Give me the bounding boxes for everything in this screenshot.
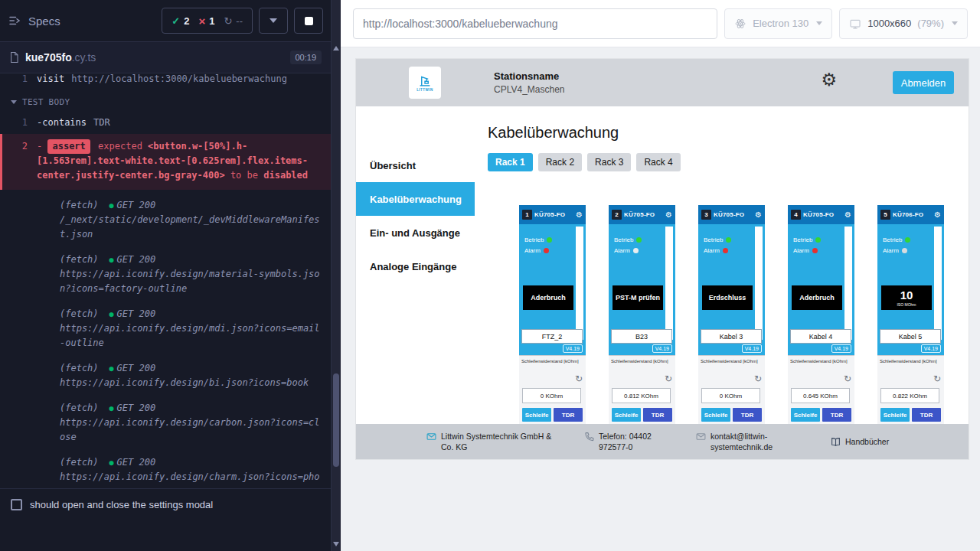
- tab-rack-1[interactable]: Rack 1: [488, 153, 533, 171]
- alarm-status-dot: [633, 248, 639, 253]
- tdr-button[interactable]: TDR: [554, 408, 583, 422]
- url-input[interactable]: [353, 8, 717, 39]
- command-name: contains: [37, 116, 87, 130]
- cable-name[interactable]: B23: [611, 329, 672, 344]
- schleife-button[interactable]: Schleife: [701, 408, 730, 422]
- network-log-entry[interactable]: (fetch)●GET 200 /_next/static/developmen…: [0, 196, 331, 244]
- visit-url: http://localhost:3000/kabelueberwachung: [71, 73, 287, 86]
- status-ok-dot: ●: [109, 458, 114, 467]
- fetch-status: GET 200: [117, 403, 156, 413]
- loop-resistance-panel: Schleifenwiderstand [kOhm] ↻ 0.812 KOhm …: [609, 355, 675, 435]
- cable-name[interactable]: FTZ_2: [521, 329, 583, 344]
- tab-rack-3[interactable]: Rack 3: [587, 153, 631, 171]
- refresh-icon[interactable]: ↻: [575, 374, 583, 383]
- browser-selector[interactable]: Electron 130: [724, 8, 832, 39]
- failed-assert-command[interactable]: 2 assert expected <button.w-[50%].h-[1.5…: [0, 134, 331, 190]
- cable-name[interactable]: Kabel 5: [880, 329, 941, 344]
- device-card-header: 3 KÜ705-FO ⚙: [698, 205, 765, 224]
- device-model-label: KÜ705-FO: [624, 211, 655, 218]
- firmware-version: V4.19: [831, 344, 851, 353]
- device-number-badge: 3: [701, 210, 711, 220]
- refresh-icon[interactable]: ↻: [844, 374, 851, 383]
- viewport-selector[interactable]: 1000x660 (79%): [839, 8, 968, 39]
- network-log-entry[interactable]: (fetch)●GET 200 https://api.iconify.desi…: [0, 250, 331, 298]
- network-log-entry[interactable]: (fetch)●GET 200 https://api.iconify.desi…: [0, 453, 331, 488]
- schleife-button[interactable]: Schleife: [612, 408, 641, 422]
- fetch-label: (fetch): [60, 455, 99, 470]
- tdr-button[interactable]: TDR: [912, 408, 941, 422]
- tdr-button[interactable]: TDR: [822, 408, 851, 422]
- alarm-status-dot: [544, 248, 549, 253]
- alarm-label: Alarm: [614, 247, 630, 254]
- cable-strip: [665, 227, 673, 340]
- cable-strip: [576, 227, 583, 340]
- device-card: 5 KÜ706-FO ⚙ Betrieb Alarm 10ISO MOhm Ka…: [877, 205, 944, 435]
- sidebar-item-uebersicht[interactable]: Übersicht: [356, 148, 475, 182]
- alarm-status-dot: [723, 248, 728, 253]
- footer-phone[interactable]: Telefon: 04402 972577-0: [584, 431, 682, 452]
- sidebar-item-analoge-eingaenge[interactable]: Analoge Eingänge: [356, 249, 475, 283]
- scrollbar-thumb[interactable]: [333, 373, 339, 467]
- scrollbar[interactable]: [331, 0, 341, 551]
- test-body-section[interactable]: TEST BODY: [0, 88, 331, 114]
- schleife-button[interactable]: Schleife: [880, 408, 910, 422]
- settings-gear-icon[interactable]: ⚙: [821, 71, 837, 89]
- cable-name[interactable]: Kabel 4: [790, 329, 851, 344]
- refresh-icon[interactable]: ↻: [665, 374, 672, 383]
- device-card: 3 KÜ705-FO ⚙ Betrieb Alarm Erdschluss Ka…: [698, 205, 765, 435]
- device-status-display: PST-M prüfen: [612, 285, 663, 310]
- collapse-button[interactable]: [259, 8, 288, 34]
- device-settings-icon[interactable]: ⚙: [755, 211, 762, 219]
- network-log-entry[interactable]: (fetch)●GET 200 https://api.iconify.desi…: [0, 305, 331, 353]
- tdr-button[interactable]: TDR: [733, 408, 762, 422]
- tab-rack-4[interactable]: Rack 4: [636, 153, 680, 171]
- fetch-label: (fetch): [60, 361, 99, 376]
- schleife-button[interactable]: Schleife: [522, 408, 551, 422]
- betrieb-label: Betrieb: [793, 236, 812, 243]
- sidebar-item-kabelueberwachung[interactable]: Kabelüberwachung: [356, 182, 475, 216]
- spec-timer: 00:19: [290, 51, 322, 64]
- chevron-down-icon: [952, 21, 958, 25]
- logout-button[interactable]: Abmelden: [893, 71, 954, 94]
- alarm-label: Alarm: [883, 247, 899, 254]
- contains-command[interactable]: 1 contains TDR: [0, 114, 331, 132]
- cable-name[interactable]: Kabel 3: [701, 329, 762, 344]
- network-log-entry[interactable]: (fetch)●GET 200 https://api.iconify.desi…: [0, 399, 331, 447]
- device-card-header: 2 KÜ705-FO ⚙: [609, 205, 675, 224]
- scroll-up-arrow-icon[interactable]: [333, 46, 339, 51]
- betrieb-status-dot: [905, 237, 910, 243]
- betrieb-label: Betrieb: [524, 236, 544, 243]
- fetch-url: https://api.iconify.design/material-symb…: [60, 267, 322, 296]
- sidebar-item-ein-und-ausgaenge[interactable]: Ein- und Ausgänge: [356, 216, 475, 249]
- refresh-icon[interactable]: ↻: [754, 374, 762, 383]
- refresh-icon[interactable]: ↻: [933, 374, 941, 383]
- schleife-button[interactable]: Schleife: [791, 408, 820, 422]
- device-settings-icon[interactable]: ⚙: [844, 211, 851, 219]
- footer-manuals[interactable]: Handbücher: [831, 436, 889, 447]
- spec-file-row[interactable]: kue705fo.cy.ts 00:19: [0, 42, 331, 73]
- specs-toggle[interactable]: Specs: [8, 14, 60, 28]
- device-settings-icon[interactable]: ⚙: [576, 211, 583, 219]
- tdr-button[interactable]: TDR: [643, 408, 672, 422]
- loop-resistance-label: Schleifenwiderstand [kOhm]: [611, 359, 673, 364]
- scroll-down-arrow-icon[interactable]: [333, 542, 339, 546]
- status-ok-dot: ●: [109, 364, 114, 373]
- device-settings-icon[interactable]: ⚙: [934, 211, 941, 219]
- tab-rack-2[interactable]: Rack 2: [538, 153, 582, 171]
- cable-strip: [934, 227, 942, 340]
- stop-button[interactable]: [294, 8, 323, 34]
- next-test-title: should open and close the settings modal: [30, 499, 213, 510]
- visit-command[interactable]: 1 visit http://localhost:3000/kabelueber…: [0, 73, 331, 88]
- next-test-row[interactable]: should open and close the settings modal: [0, 488, 331, 520]
- device-card: 2 KÜ705-FO ⚙ Betrieb Alarm PST-M prüfen …: [609, 205, 675, 435]
- betrieb-status-dot: [815, 237, 821, 243]
- device-settings-icon[interactable]: ⚙: [665, 211, 672, 219]
- loop-resistance-panel: Schleifenwiderstand [kOhm] ↻ 0 KOhm Schl…: [519, 355, 586, 435]
- fetch-label: (fetch): [60, 307, 99, 321]
- network-log-entry[interactable]: (fetch)●GET 200 https://api.iconify.desi…: [0, 359, 331, 393]
- test-stats: ✓2 ×1 ↻--: [162, 8, 253, 34]
- footer-email[interactable]: kontakt@littwin-systemtechnik.de: [696, 431, 817, 452]
- status-ok-dot: ●: [109, 201, 114, 210]
- fetch-status: GET 200: [117, 457, 156, 468]
- test-runner-panel: Specs ✓2 ×1 ↻-- kue705fo.cy.ts 00:19 1 v…: [0, 0, 341, 551]
